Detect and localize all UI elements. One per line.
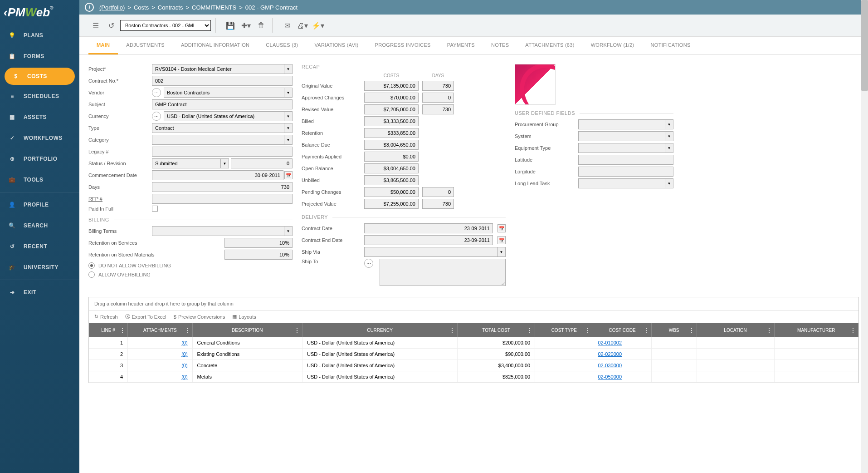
udf-5-field[interactable] — [578, 178, 665, 188]
tab-additional-information[interactable]: ADDITIONAL INFORMATION — [173, 37, 258, 54]
tab-workflow-[interactable]: WORKFLOW (1/2) — [583, 37, 643, 54]
attachments-link[interactable]: (0) — [128, 360, 193, 371]
calendar-icon[interactable]: 📅 — [497, 224, 506, 232]
record-selector[interactable]: Boston Contractors - 002 - GMP Con — [120, 20, 211, 31]
group-drop-zone[interactable]: Drag a column header and drop it here to… — [89, 297, 858, 310]
save-icon[interactable]: 💾 — [224, 19, 237, 32]
tab-notes[interactable]: NOTES — [483, 37, 517, 54]
tab-adjustments[interactable]: ADJUSTMENTS — [118, 37, 173, 54]
col-cost-type[interactable]: COST TYPE⋮ — [535, 323, 593, 337]
calendar-icon[interactable]: 📅 — [497, 236, 506, 244]
days-field[interactable] — [152, 182, 293, 192]
nav-plans[interactable]: 💡PLANS — [0, 25, 79, 46]
attachments-link[interactable]: (0) — [128, 371, 193, 383]
list-icon[interactable]: ☰ — [89, 19, 102, 32]
costcode-link[interactable]: 02-030000 — [593, 360, 651, 371]
retmat-field[interactable] — [224, 250, 293, 260]
udf-1-dropdown[interactable]: ▼ — [665, 131, 673, 141]
bolt-icon[interactable]: ⚡▾ — [312, 19, 324, 32]
nav-costs[interactable]: $COSTS — [5, 68, 75, 85]
breadcrumb-portfolio[interactable]: (Portfolio) — [99, 4, 125, 11]
billingterms-field[interactable] — [152, 226, 284, 236]
udf-0-field[interactable] — [578, 119, 665, 129]
tab-attachments-[interactable]: ATTACHMENTS (63) — [517, 37, 582, 54]
nav-profile[interactable]: 👤PROFILE — [0, 194, 79, 215]
udf-1-field[interactable] — [578, 131, 665, 141]
tab-clauses-[interactable]: CLAUSES (3) — [258, 37, 306, 54]
legacy-field[interactable] — [152, 147, 293, 157]
col-menu-icon[interactable]: ⋮ — [766, 327, 772, 334]
currency-dropdown[interactable]: ▼ — [284, 111, 293, 121]
col-menu-icon[interactable]: ⋮ — [294, 327, 300, 334]
nav-university[interactable]: 🎓UNIVERSITY — [0, 257, 79, 278]
preview-button[interactable]: $ Preview Conversions — [174, 313, 225, 320]
nav-schedules[interactable]: ≡SCHEDULES — [0, 86, 79, 107]
table-row[interactable]: 1(0)General ConditionsUSD - Dollar (Unit… — [89, 337, 858, 349]
commence-field[interactable] — [152, 170, 283, 180]
costcode-link[interactable]: 02-020000 — [593, 349, 651, 360]
currency-field[interactable] — [164, 111, 284, 121]
col-wbs[interactable]: WBS⋮ — [651, 323, 697, 337]
col-menu-icon[interactable]: ⋮ — [643, 327, 649, 334]
rfp-field[interactable] — [152, 194, 293, 204]
revision-field[interactable] — [231, 158, 293, 168]
project-dropdown[interactable]: ▼ — [284, 64, 293, 74]
shipvia-dropdown[interactable]: ▼ — [497, 247, 506, 257]
col-cost-code[interactable]: COST CODE⋮ — [593, 323, 651, 337]
shipto-lookup[interactable]: ⋯ — [364, 259, 373, 268]
print-icon[interactable]: 🖨▾ — [296, 19, 309, 32]
category-dropdown[interactable]: ▼ — [284, 135, 293, 145]
history-icon[interactable]: ↺ — [105, 19, 117, 32]
tab-variations-avi-[interactable]: VARIATIONS (AVI) — [307, 37, 367, 54]
refresh-button[interactable]: ↻ Refresh — [94, 313, 118, 320]
udf-0-dropdown[interactable]: ▼ — [665, 119, 673, 129]
vendor-lookup[interactable]: ⋯ — [152, 88, 161, 97]
col-attachments[interactable]: ATTACHMENTS⋮ — [128, 323, 193, 337]
enddate-field[interactable] — [364, 235, 493, 245]
nav-recent[interactable]: ↺RECENT — [0, 236, 79, 257]
col-description[interactable]: DESCRIPTION⋮ — [192, 323, 302, 337]
col-menu-icon[interactable]: ⋮ — [850, 327, 856, 334]
nav-search[interactable]: 🔍SEARCH — [0, 215, 79, 236]
status-dropdown[interactable]: ▼ — [221, 158, 229, 168]
rfp-link[interactable]: RFP # — [88, 196, 152, 202]
tab-notifications[interactable]: NOTIFICATIONS — [643, 37, 699, 54]
no-overbilling-radio[interactable] — [88, 262, 95, 269]
allow-overbilling-radio[interactable] — [88, 271, 95, 278]
col-manufacturer[interactable]: MANUFACTURER⋮ — [774, 323, 858, 337]
costcode-link[interactable]: 02-050000 — [593, 371, 651, 383]
udf-3-field[interactable] — [578, 155, 673, 165]
export-button[interactable]: ⓧ Export To Excel — [125, 313, 166, 320]
contractno-field[interactable] — [152, 76, 293, 86]
tab-payments[interactable]: PAYMENTS — [439, 37, 483, 54]
col-menu-icon[interactable]: ⋮ — [449, 327, 455, 334]
vendor-dropdown[interactable]: ▼ — [284, 88, 293, 98]
table-row[interactable]: 4(0)MetalsUSD - Dollar (United States of… — [89, 371, 858, 383]
billingterms-dropdown[interactable]: ▼ — [284, 226, 293, 236]
email-icon[interactable]: ✉ — [281, 19, 293, 32]
category-field[interactable] — [152, 135, 284, 145]
col-currency[interactable]: CURRENCY⋮ — [302, 323, 457, 337]
col-menu-icon[interactable]: ⋮ — [184, 327, 190, 334]
delete-icon[interactable]: 🗑 — [255, 19, 268, 32]
shipto-field[interactable] — [380, 259, 506, 286]
contractdate-field[interactable] — [364, 223, 493, 233]
layouts-button[interactable]: ▦ Layouts — [232, 313, 256, 320]
shipvia-field[interactable] — [364, 247, 497, 257]
vendor-field[interactable] — [164, 88, 284, 98]
costcode-link[interactable]: 02-010002 — [593, 337, 651, 349]
subject-field[interactable] — [152, 99, 293, 109]
info-icon[interactable]: i — [85, 3, 94, 12]
type-dropdown[interactable]: ▼ — [284, 123, 293, 133]
nav-forms[interactable]: 📋FORMS — [0, 46, 79, 67]
type-field[interactable] — [152, 123, 284, 133]
udf-5-dropdown[interactable]: ▼ — [665, 178, 673, 188]
calendar-icon[interactable]: 📅 — [284, 171, 293, 179]
status-field[interactable] — [152, 158, 221, 168]
col-location[interactable]: LOCATION⋮ — [697, 323, 774, 337]
table-row[interactable]: 3(0)ConcreteUSD - Dollar (United States … — [89, 360, 858, 371]
project-field[interactable] — [152, 64, 284, 74]
attachments-link[interactable]: (0) — [128, 349, 193, 360]
retserv-field[interactable] — [224, 238, 293, 248]
nav-tools[interactable]: 💼TOOLS — [0, 169, 79, 190]
